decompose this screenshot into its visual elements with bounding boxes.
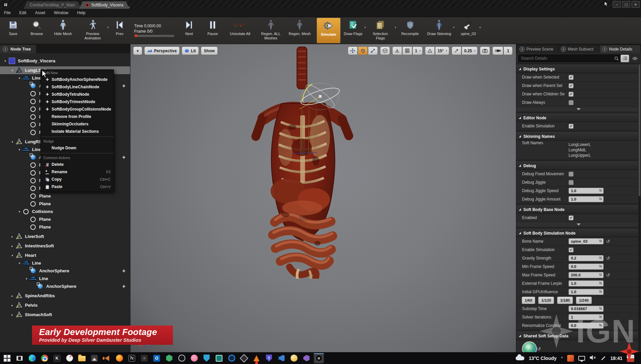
weather-cloud-icon[interactable] bbox=[516, 356, 524, 360]
checkbox[interactable] bbox=[569, 75, 574, 80]
taskbar-icon-zip[interactable]: 7z bbox=[127, 353, 137, 363]
tab-softbody-viscera[interactable]: SoftBody_Viscera bbox=[79, 1, 129, 9]
menu-asset[interactable]: Asset bbox=[35, 10, 45, 15]
camera-speed-button[interactable] bbox=[492, 47, 503, 55]
tree-item-plane[interactable]: Plane bbox=[0, 192, 130, 200]
menu-file[interactable]: File bbox=[4, 10, 10, 15]
taskbar-icon-editor[interactable]: ≡ bbox=[139, 353, 149, 363]
screenshot-button[interactable] bbox=[480, 47, 490, 55]
value-field[interactable]: 0.0 bbox=[569, 323, 604, 329]
weather-text[interactable]: 13°C Cloudy bbox=[529, 356, 557, 361]
preset-button-1-60[interactable]: 1/60 bbox=[522, 297, 535, 304]
expand-arrow-icon[interactable]: ▸ bbox=[10, 313, 15, 316]
checkbox[interactable] bbox=[569, 247, 574, 252]
scale-snap-value-button[interactable]: 0.25▾ bbox=[462, 47, 478, 55]
tray-pen-icon[interactable] bbox=[601, 355, 606, 362]
simulate-button[interactable]: Simulate bbox=[317, 18, 340, 43]
value-field[interactable]: 1.0 bbox=[569, 280, 604, 286]
add-node-button[interactable]: + bbox=[122, 83, 125, 89]
dropdown-caret-icon[interactable]: ▾ bbox=[395, 26, 396, 29]
tree-item-stomachsoft[interactable]: ▸StomachSoft bbox=[0, 311, 130, 318]
value-field[interactable]: spine_03 bbox=[569, 238, 604, 244]
section-expander-button[interactable] bbox=[516, 222, 641, 227]
viewport[interactable]: ▾ Perspective Lit Show bbox=[130, 44, 516, 353]
expand-arrow-icon[interactable]: ▸ bbox=[10, 244, 15, 248]
taskbar-icon-brain[interactable] bbox=[189, 353, 199, 363]
camera-speed-value-button[interactable]: 1 bbox=[503, 47, 513, 55]
details-list-view-button[interactable] bbox=[620, 55, 629, 62]
browse-button[interactable]: Browse bbox=[25, 17, 49, 44]
details-visibility-button[interactable] bbox=[631, 55, 639, 62]
rotation-snap-value-button[interactable]: 15°▾ bbox=[435, 47, 449, 55]
tree-item-plane[interactable]: Plane bbox=[0, 200, 130, 208]
section-header-skinning-names[interactable]: Skinning Names bbox=[516, 132, 641, 141]
tray-display-icon[interactable] bbox=[578, 356, 585, 361]
bone-selector-button[interactable]: spine_03 ▾ bbox=[457, 17, 480, 44]
checkbox[interactable] bbox=[569, 92, 574, 97]
expand-arrow-icon[interactable]: ▾ bbox=[24, 277, 29, 280]
menu-item-copy[interactable]: CopyCtrl+C bbox=[41, 176, 114, 183]
next-frame-button[interactable]: Next bbox=[177, 17, 201, 44]
spinner-icon[interactable] bbox=[599, 307, 602, 311]
taskbar-icon-diamond[interactable] bbox=[239, 353, 249, 363]
lit-mode-button[interactable]: Lit bbox=[182, 47, 199, 55]
reset-to-default-button[interactable]: ↺ bbox=[606, 239, 610, 244]
section-header-soft-body-base-node[interactable]: Soft Body Base Node bbox=[516, 205, 641, 214]
tree-item-collisions[interactable]: ▾Collisions bbox=[0, 208, 130, 215]
value-field[interactable]: 1.0 bbox=[569, 196, 604, 202]
regen-mesh-button[interactable]: Regen. Mesh bbox=[286, 17, 313, 44]
node-tree-tab[interactable]: i Node Tree bbox=[0, 45, 36, 53]
taskbar-icon-gold[interactable] bbox=[289, 353, 299, 363]
value-field[interactable]: 0.0 bbox=[569, 264, 604, 270]
tray-app-icon[interactable] bbox=[567, 355, 574, 362]
recompile-button[interactable]: Recompile bbox=[398, 17, 422, 44]
taskbar-icon-explorer[interactable] bbox=[77, 353, 87, 363]
draw-skinning-button[interactable]: Draw Skinning ▾ bbox=[425, 17, 454, 44]
reset-to-default-button[interactable]: ↺ bbox=[537, 346, 541, 351]
menu-item-remove-from-profile[interactable]: Remove from Profile bbox=[41, 113, 114, 120]
preset-button-1-180[interactable]: 1/180 bbox=[557, 297, 573, 304]
checkbox[interactable] bbox=[569, 215, 574, 220]
taskbar-icon-task-view[interactable] bbox=[14, 353, 25, 363]
hide-mesh-button[interactable]: Hide Mesh bbox=[51, 17, 75, 44]
menu-item-softbodylinechainnode[interactable]: +SoftBodyLineChainNode bbox=[41, 83, 114, 91]
tab-mesh-subsections[interactable]: i Mesh Subsect bbox=[558, 45, 599, 53]
show-menu-button[interactable]: Show bbox=[201, 47, 218, 55]
tree-item-liversoft[interactable]: ▸LiverSoft bbox=[0, 233, 130, 240]
value-field[interactable]: 1.0 bbox=[569, 289, 604, 295]
spinner-icon[interactable] bbox=[599, 256, 602, 260]
rotate-tool-button[interactable] bbox=[358, 47, 368, 55]
spinner-icon[interactable] bbox=[599, 324, 602, 328]
taskbar-icon-firefox[interactable] bbox=[114, 353, 124, 363]
dropdown-caret-icon[interactable]: ▾ bbox=[453, 26, 455, 29]
tree-item-plane[interactable]: Plane bbox=[0, 223, 130, 231]
surface-snap-button[interactable] bbox=[392, 47, 402, 55]
expand-arrow-icon[interactable]: ▾ bbox=[17, 148, 22, 151]
checkbox[interactable] bbox=[569, 124, 574, 129]
tab-combattestmap[interactable]: CombatTestMap_P_Main bbox=[24, 1, 81, 9]
spinner-icon[interactable] bbox=[599, 197, 602, 201]
add-node-button[interactable]: + bbox=[122, 268, 125, 274]
expand-arrow-icon[interactable]: ▾ bbox=[3, 59, 8, 63]
preview-animation-button[interactable]: Preview Animation ▾ bbox=[78, 17, 108, 44]
pause-button[interactable]: Pause bbox=[201, 17, 224, 44]
taskbar-icon-shield-blue[interactable] bbox=[202, 353, 212, 363]
tree-item-spineandribs[interactable]: ▸SpineAndRibs bbox=[0, 292, 130, 300]
expand-arrow-icon[interactable]: ▾ bbox=[17, 77, 22, 80]
value-field[interactable]: 1.0 bbox=[569, 188, 604, 194]
menu-item-softbodytrimeshnode[interactable]: +SoftBodyTrimeshNode bbox=[41, 98, 114, 105]
menu-item-delete[interactable]: Delete bbox=[41, 161, 114, 168]
menu-item-rename[interactable]: *RenameF2 bbox=[41, 168, 114, 176]
expand-arrow-icon[interactable]: ▸ bbox=[10, 294, 15, 298]
section-header-editor-node[interactable]: Editor Node bbox=[516, 114, 641, 122]
taskbar-icon-start[interactable] bbox=[2, 353, 12, 363]
checkbox[interactable] bbox=[569, 83, 574, 88]
expand-arrow-icon[interactable]: ▾ bbox=[17, 210, 22, 213]
taskbar-icon-audio[interactable] bbox=[102, 353, 112, 363]
menu-item-softbodygroupcollisionsnode[interactable]: +SoftBodyGroupCollisionsNode bbox=[41, 105, 114, 113]
tree-item-line[interactable]: ▾LINECHAINLine bbox=[0, 275, 130, 282]
maximize-button[interactable]: ▢ bbox=[622, 1, 630, 8]
spinner-icon[interactable] bbox=[599, 290, 602, 294]
spinner-icon[interactable] bbox=[599, 189, 602, 193]
asset-thumbnail[interactable] bbox=[522, 341, 537, 353]
